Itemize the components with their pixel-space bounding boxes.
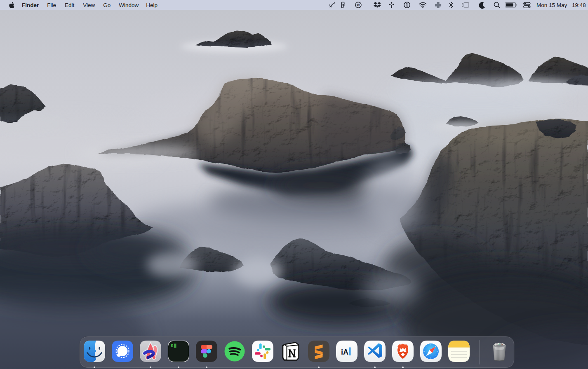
svg-text:iA: iA: [341, 348, 348, 356]
svg-text:∞: ∞: [357, 2, 360, 7]
svg-text:$: $: [171, 343, 173, 348]
